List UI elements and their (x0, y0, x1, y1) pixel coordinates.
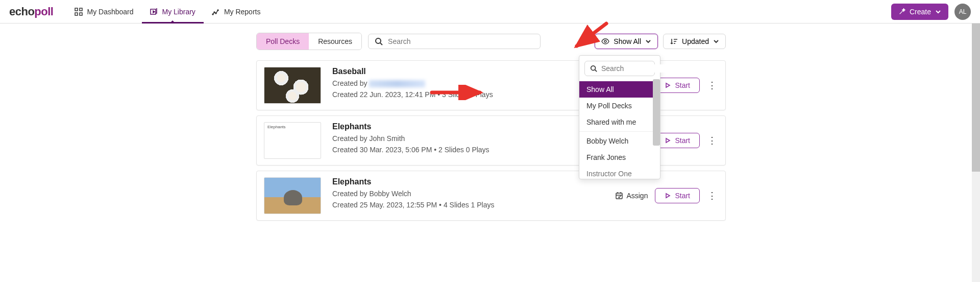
nav-items: My Dashboard My Library My Reports (66, 0, 268, 23)
thumb-image-label: Elephants (264, 122, 321, 159)
svg-rect-1 (80, 8, 82, 11)
created-by-prefix: Created by (332, 79, 369, 87)
eye-icon (601, 37, 609, 45)
start-button[interactable]: Start (655, 78, 700, 93)
deck-author: John Smith (369, 134, 405, 143)
chevron-down-icon (935, 9, 941, 15)
dropdown-item-label: Bobby Welch (586, 137, 628, 145)
sort-label: Updated (682, 37, 709, 45)
wand-icon (898, 8, 905, 15)
assign-icon (615, 192, 623, 200)
more-menu[interactable]: ⋮ (707, 133, 717, 148)
brand-poll: poll (34, 5, 53, 18)
dropdown-divider (579, 131, 660, 132)
tab-resources-label: Resources (318, 37, 352, 45)
page-scrollbar-thumb[interactable] (972, 24, 980, 172)
svg-point-5 (212, 14, 213, 15)
search-icon (590, 65, 597, 72)
deck-author-blurred (369, 80, 425, 87)
page-scrollbar-track[interactable] (972, 24, 980, 282)
dropdown-item-label: Shared with me (586, 118, 636, 126)
dashboard-icon (75, 8, 83, 16)
svg-rect-3 (80, 13, 82, 15)
tab-poll-decks[interactable]: Poll Decks (257, 33, 309, 50)
nav-dashboard-label: My Dashboard (87, 8, 133, 16)
create-button[interactable]: Create (891, 4, 948, 20)
search-box[interactable] (368, 34, 541, 49)
chevron-down-icon (713, 38, 719, 44)
dropdown-item-label: Frank Jones (586, 153, 626, 161)
deck-thumb (257, 61, 328, 110)
library-icon (150, 8, 158, 16)
dropdown-scrollbar[interactable] (653, 79, 660, 146)
deck-thumb: Elephants (257, 116, 328, 165)
view-tabs: Poll Decks Resources (256, 33, 362, 50)
svg-point-8 (217, 10, 218, 11)
library-toolbar: Poll Decks Resources Show All (256, 33, 726, 50)
avatar-initials: AL (959, 8, 967, 15)
thumb-label-text: Elephants (267, 125, 286, 129)
deck-thumb (257, 171, 328, 220)
deck-meta: Created 25 May. 2023, 12:55 PM • 4 Slide… (332, 201, 599, 209)
dropdown-item-bobby[interactable]: Bobby Welch (579, 133, 660, 149)
sort-icon (670, 37, 678, 45)
dropdown-item-label: My Poll Decks (586, 102, 632, 110)
brand-echo: echo (9, 5, 34, 18)
nav-reports-label: My Reports (224, 8, 261, 16)
svg-rect-0 (75, 8, 78, 11)
more-menu[interactable]: ⋮ (707, 78, 717, 92)
brand-logo: echopoll (9, 5, 53, 18)
dropdown-search-input[interactable] (601, 64, 691, 73)
search-icon (375, 37, 383, 45)
play-icon (665, 82, 671, 88)
filter-button[interactable]: Show All (595, 34, 658, 49)
filter-label: Show All (614, 37, 641, 45)
nav-reports[interactable]: My Reports (204, 0, 269, 23)
start-label: Start (675, 81, 690, 89)
svg-point-6 (214, 12, 215, 13)
topbar-right: Create AL (891, 4, 971, 20)
library-pane: Poll Decks Resources Show All (256, 33, 726, 221)
tab-resources[interactable]: Resources (309, 33, 361, 50)
svg-point-9 (376, 38, 381, 43)
reports-icon (212, 8, 220, 16)
nav-dashboard[interactable]: My Dashboard (66, 0, 141, 23)
dropdown-search[interactable] (584, 61, 655, 76)
kebab-icon: ⋮ (707, 190, 717, 201)
sort-button[interactable]: Updated (663, 34, 726, 49)
page-content: Poll Decks Resources Show All (92, 24, 888, 221)
dropdown-item-shared[interactable]: Shared with me (579, 114, 660, 130)
dropdown-item-label: Show All (586, 85, 614, 93)
tab-poll-decks-label: Poll Decks (266, 37, 300, 45)
nav-library[interactable]: My Library (142, 0, 204, 23)
created-by-prefix: Created by (332, 134, 369, 143)
nav-library-label: My Library (162, 8, 195, 16)
start-label: Start (675, 192, 690, 200)
dropdown-item-instructor[interactable]: Instructor One (579, 166, 660, 179)
start-button[interactable]: Start (655, 133, 700, 148)
dropdown-item-show-all[interactable]: Show All (579, 81, 660, 98)
deck-title: Elephants (332, 177, 599, 186)
toolbar-right: Show All Updated (595, 34, 726, 49)
start-button[interactable]: Start (655, 188, 700, 203)
svg-point-7 (215, 13, 216, 14)
deck-author-line: Created by Bobby Welch (332, 190, 599, 198)
svg-point-11 (591, 66, 596, 70)
kebab-icon: ⋮ (707, 135, 717, 146)
top-nav: echopoll My Dashboard My Library My Repo… (0, 0, 980, 24)
dropdown-item-frank[interactable]: Frank Jones (579, 149, 660, 166)
search-input[interactable] (388, 37, 534, 45)
dropdown-item-my-poll-decks[interactable]: My Poll Decks (579, 98, 660, 114)
avatar[interactable]: AL (954, 4, 971, 20)
filter-dropdown: Show All My Poll Decks Shared with me Bo… (579, 55, 660, 179)
created-by-prefix: Created by (332, 190, 369, 198)
thumb-image-elephant (264, 177, 321, 214)
svg-point-10 (604, 40, 606, 42)
dropdown-item-label: Instructor One (586, 170, 632, 178)
create-label: Create (910, 8, 931, 16)
deck-body: Elephants Created by Bobby Welch Created… (328, 171, 607, 220)
dropdown-list: Show All My Poll Decks Shared with me Bo… (579, 81, 660, 179)
assign-button[interactable]: Assign (615, 192, 648, 200)
more-menu[interactable]: ⋮ (707, 189, 717, 203)
kebab-icon: ⋮ (707, 80, 717, 91)
